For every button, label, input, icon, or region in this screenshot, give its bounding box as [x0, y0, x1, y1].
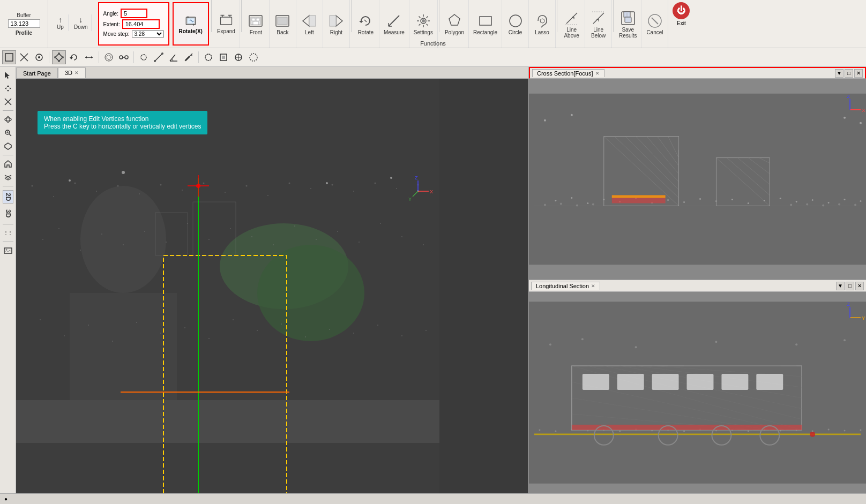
cross-section-tab[interactable]: Cross Section[Focus] ✕ [532, 69, 604, 77]
svg-point-101 [273, 244, 274, 245]
rectangle-button[interactable]: Rectangle [469, 0, 502, 48]
tab-start-page[interactable]: Start Page [16, 67, 58, 78]
lasso-button[interactable]: Lasso [529, 0, 556, 48]
svg-point-128 [40, 319, 41, 320]
top-toolbar: Buffer 13.123 Profile ↑ Up ↓ Down Angle:… [0, 0, 866, 48]
cancel-button[interactable]: Cancel [641, 0, 668, 48]
longitudinal-close[interactable]: ✕ [591, 283, 595, 289]
longitudinal-minimize[interactable]: ▼ [836, 282, 845, 290]
front-button[interactable]: Front [243, 0, 270, 48]
left-button[interactable]: Left [296, 0, 323, 48]
longitudinal-float[interactable]: ✕ [855, 282, 864, 290]
extent-input[interactable] [122, 19, 160, 29]
circle-icon [507, 12, 524, 29]
cross-section-minimize[interactable]: ▼ [835, 69, 843, 78]
svg-point-104 [337, 231, 338, 232]
tooltip-line1: When enabling Edit Vertices function [44, 115, 201, 123]
scale-tool[interactable] [82, 50, 96, 64]
svg-point-182 [748, 202, 749, 204]
svg-point-96 [166, 242, 167, 243]
sidebar-icon-pan[interactable] [2, 82, 14, 94]
up-button[interactable]: ↑ Up [53, 14, 69, 31]
line-above-button[interactable]: LineAbove [558, 0, 585, 48]
extra-tool-3[interactable] [232, 50, 245, 64]
longitudinal-view[interactable]: Y Z [529, 292, 866, 493]
expand-button[interactable]: Expand [213, 0, 240, 48]
svg-text:X: X [862, 107, 865, 113]
svg-rect-37 [5, 54, 13, 61]
angle-input[interactable] [121, 9, 147, 18]
svg-point-95 [144, 231, 145, 232]
longitudinal-tab[interactable]: Longitudinal Section ✕ [531, 282, 600, 290]
longitudinal-panel: Longitudinal Section ✕ ▼ □ ✕ Y [529, 280, 866, 493]
sidebar-icon-measure[interactable] [2, 140, 14, 152]
back-button[interactable]: Back [270, 0, 296, 48]
extra-tool-4[interactable] [247, 50, 260, 64]
marker-tool[interactable] [182, 50, 196, 64]
divider-5 [557, 0, 557, 32]
svg-line-63 [186, 57, 189, 60]
svg-point-71 [250, 54, 257, 61]
grid-select-tool[interactable] [102, 50, 116, 64]
sidebar-icon-orbit[interactable] [2, 114, 14, 125]
svg-point-93 [101, 234, 102, 235]
cross-section-view[interactable]: X Z [529, 79, 866, 280]
svg-rect-7 [253, 21, 258, 25]
svg-point-118 [225, 192, 226, 193]
svg-point-115 [160, 184, 162, 186]
sidebar-icon-home[interactable] [2, 158, 14, 170]
svg-rect-6 [256, 18, 259, 21]
longitudinal-title: Longitudinal Section [536, 283, 589, 289]
angle-draw-tool[interactable] [167, 50, 181, 64]
svg-point-138 [281, 324, 282, 325]
left-label: Left [305, 29, 314, 35]
lasso-label: Lasso [535, 29, 549, 35]
sidebar-icon-layers[interactable] [2, 171, 14, 183]
select-rect-tool[interactable] [2, 50, 16, 64]
select-lasso-tool[interactable] [32, 50, 46, 64]
circle-button[interactable]: Circle [502, 0, 529, 48]
viewport-area: Start Page 3D ✕ [16, 67, 528, 493]
sidebar-3d-label[interactable]: 3D [3, 207, 13, 220]
svg-point-213 [806, 203, 808, 205]
svg-point-22 [422, 19, 425, 22]
extra-tool-2[interactable] [216, 50, 230, 64]
sidebar-icon-image[interactable] [2, 245, 14, 257]
tab-3d[interactable]: 3D ✕ [58, 67, 86, 78]
svg-point-59 [161, 52, 163, 55]
sidebar-icon-cursor[interactable] [2, 69, 14, 81]
cross-section-close[interactable]: ✕ [595, 71, 600, 76]
svg-point-210 [576, 204, 578, 206]
front-label: Front [250, 29, 262, 35]
line-below-button[interactable]: LineBelow [585, 0, 612, 48]
svg-point-52 [107, 55, 111, 59]
cross-section-controls: ▼ □ ✕ [835, 69, 863, 78]
measure-button[interactable]: Measure [379, 0, 409, 48]
sidebar-2d-label[interactable]: 2D [3, 190, 13, 204]
rotate-free-tool[interactable] [67, 50, 81, 64]
rotate-button[interactable]: Rotate [353, 0, 379, 48]
select-cross-tool[interactable] [17, 50, 31, 64]
sidebar-icon-select[interactable] [2, 96, 14, 108]
right-button[interactable]: Right [323, 0, 350, 48]
svg-line-77 [9, 134, 11, 136]
down-button[interactable]: ↓ Down [71, 14, 92, 31]
exit-button[interactable]: ⏻ Exit [668, 0, 694, 48]
connect-tool[interactable] [117, 50, 131, 64]
main-3d-view[interactable]: X Z Y When enabling Edit Vertices functi… [16, 79, 528, 493]
save-results-button[interactable]: SaveResults [615, 0, 641, 48]
cross-section-maximize[interactable]: □ [845, 69, 853, 78]
cross-section-float[interactable]: ✕ [854, 69, 863, 78]
extra-tool-1[interactable] [201, 50, 215, 64]
tab-start-page-label: Start Page [23, 70, 51, 77]
svg-point-178 [683, 201, 685, 203]
line-draw-tool[interactable] [152, 50, 166, 64]
rotate-x-button[interactable]: Rotate(X) [173, 2, 209, 46]
point-tool[interactable] [137, 50, 151, 64]
tab-3d-close[interactable]: ✕ [74, 70, 79, 76]
sidebar-icon-zoom[interactable] [2, 127, 14, 139]
move-step-select[interactable]: 3.28 1.64 6.56 [132, 30, 164, 38]
longitudinal-maximize[interactable]: □ [846, 282, 854, 290]
edit-vertices-tool[interactable] [52, 50, 66, 64]
divider-1 [211, 0, 212, 32]
